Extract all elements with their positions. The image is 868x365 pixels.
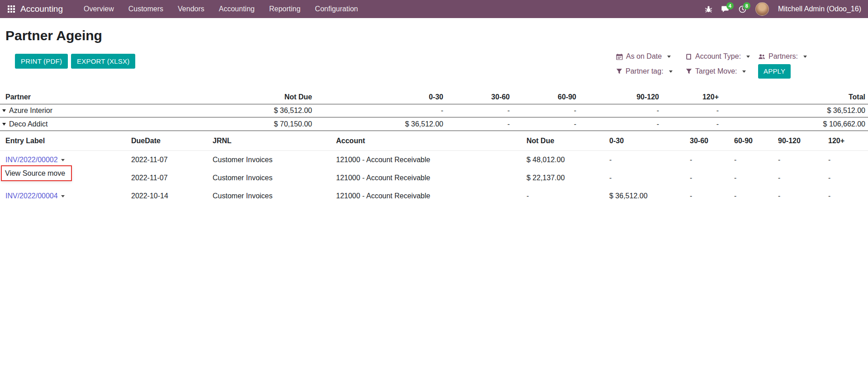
column-header-90-120: 90-120 xyxy=(773,137,823,145)
column-header-60-90: 60-90 xyxy=(510,93,576,101)
entry-row: 2022-11-07 Customer Invoices 121000 - Ac… xyxy=(0,169,868,187)
invoice-link[interactable]: INV/2022/00002 xyxy=(5,156,65,164)
cell-jrnl: Customer Invoices xyxy=(207,174,331,182)
cell-account: 121000 - Account Receivable xyxy=(331,156,521,164)
collapse-caret-icon[interactable] xyxy=(2,123,6,126)
print-pdf-button[interactable]: PRINT (PDF) xyxy=(15,54,68,69)
cell-60-90: - xyxy=(729,192,773,200)
cell-30-60: - xyxy=(684,192,729,200)
messages-icon[interactable]: 4 xyxy=(721,5,730,13)
entry-row: INV/2022/00004 2022-10-14 Customer Invoi… xyxy=(0,187,868,205)
column-header-60-90: 60-90 xyxy=(729,137,773,145)
activities-clock-icon[interactable]: 8 xyxy=(739,5,746,13)
cell-duedate: 2022-10-14 xyxy=(126,192,207,200)
nav-item-configuration[interactable]: Configuration xyxy=(308,0,365,18)
entry-row: INV/2022/00002 2022-11-07 Customer Invoi… xyxy=(0,151,868,169)
cell-not-due: $ 48,012.00 xyxy=(521,156,604,164)
user-menu[interactable]: Mitchell Admin (Odoo_16) xyxy=(778,5,861,13)
column-header-partner: Partner xyxy=(0,93,136,101)
cell-not-due: $ 36,512.00 xyxy=(136,107,312,115)
partner-ageing-table: Partner Not Due 0-30 30-60 60-90 90-120 … xyxy=(0,81,868,131)
apply-button[interactable]: APPLY xyxy=(758,64,791,79)
cell-total: $ 36,512.00 xyxy=(719,107,868,115)
column-header-not-due: Not Due xyxy=(521,137,604,145)
detail-table-header: Entry Label DueDate JRNL Account Not Due… xyxy=(0,131,868,151)
dropdown-caret-icon[interactable] xyxy=(61,159,65,161)
app-name[interactable]: Accounting xyxy=(20,4,63,14)
column-header-120: 120+ xyxy=(659,93,719,101)
export-xlsx-button[interactable]: EXPORT (XLSX) xyxy=(71,54,135,69)
column-header-120: 120+ xyxy=(823,137,868,145)
dropdown-caret-icon[interactable] xyxy=(61,195,65,197)
nav-item-reporting[interactable]: Reporting xyxy=(262,0,308,18)
calendar-icon xyxy=(616,53,623,60)
cell-0-30: $ 36,512.00 xyxy=(312,120,443,128)
cell-90-120: - xyxy=(773,192,823,200)
activities-count-badge: 8 xyxy=(743,2,750,9)
as-on-date-label: As on Date xyxy=(626,52,662,61)
invoice-number: INV/2022/00004 xyxy=(5,192,58,200)
nav-item-customers[interactable]: Customers xyxy=(121,0,171,18)
account-type-label: Account Type: xyxy=(695,52,741,61)
target-move-filter[interactable]: Target Move: xyxy=(686,67,758,75)
cell-60-90: - xyxy=(729,174,773,182)
cell-duedate: 2022-11-07 xyxy=(126,174,207,182)
column-header-30-60: 30-60 xyxy=(684,137,729,145)
collapse-caret-icon[interactable] xyxy=(2,109,6,112)
cell-60-90: - xyxy=(510,107,576,115)
chevron-down-icon xyxy=(803,56,807,58)
chevron-down-icon xyxy=(667,56,671,58)
apps-grid-icon[interactable] xyxy=(8,5,9,7)
column-header-not-due: Not Due xyxy=(136,93,312,101)
cell-90-120: - xyxy=(576,120,659,128)
view-source-move-menu-item[interactable]: View Source move xyxy=(1,165,72,181)
invoice-number: INV/2022/00002 xyxy=(5,156,58,164)
partner-row-azure-interior[interactable]: Azure Interior $ 36,512.00 - - - - - $ 3… xyxy=(0,104,868,117)
cell-60-90: - xyxy=(510,120,576,128)
column-header-30-60: 30-60 xyxy=(443,93,510,101)
invoice-link[interactable]: INV/2022/00004 xyxy=(5,192,65,200)
cell-30-60: - xyxy=(443,120,510,128)
nav-item-accounting[interactable]: Accounting xyxy=(212,0,262,18)
cell-30-60: - xyxy=(443,107,510,115)
user-avatar[interactable] xyxy=(755,2,769,16)
cell-account: 121000 - Account Receivable xyxy=(331,174,521,182)
cell-0-30: $ 36,512.00 xyxy=(604,192,684,200)
column-header-duedate: DueDate xyxy=(126,137,207,145)
nav-item-overview[interactable]: Overview xyxy=(76,0,121,18)
cell-not-due: $ 70,150.00 xyxy=(136,120,312,128)
bug-icon[interactable] xyxy=(705,5,712,13)
cell-30-60: - xyxy=(684,156,729,164)
cell-120: - xyxy=(823,192,868,200)
partner-row-deco-addict[interactable]: Deco Addict $ 70,150.00 $ 36,512.00 - - … xyxy=(0,117,868,131)
account-type-filter[interactable]: Account Type: xyxy=(686,52,758,61)
cell-0-30: - xyxy=(604,174,684,182)
cell-90-120: - xyxy=(773,156,823,164)
as-on-date-filter[interactable]: As on Date xyxy=(616,52,686,61)
cell-0-30: - xyxy=(604,156,684,164)
cell-120: - xyxy=(823,174,868,182)
cell-account: 121000 - Account Receivable xyxy=(331,192,521,200)
entry-detail-table: Entry Label DueDate JRNL Account Not Due… xyxy=(0,131,868,205)
column-header-0-30: 0-30 xyxy=(604,137,684,145)
top-navbar: Accounting Overview Customers Vendors Ac… xyxy=(0,0,868,18)
messages-count-badge: 4 xyxy=(726,2,734,9)
partners-filter[interactable]: Partners: xyxy=(758,52,815,61)
cell-0-30: - xyxy=(312,107,443,115)
partners-label: Partners: xyxy=(768,52,798,61)
cell-not-due: $ 22,137.00 xyxy=(521,174,604,182)
cell-120: - xyxy=(659,120,719,128)
cell-90-120: - xyxy=(576,107,659,115)
page-title: Partner Ageing xyxy=(5,28,868,44)
users-icon xyxy=(758,53,765,60)
target-move-label: Target Move: xyxy=(695,67,737,75)
column-header-jrnl: JRNL xyxy=(207,137,331,145)
partner-name: Deco Addict xyxy=(9,120,47,128)
column-header-entry-label: Entry Label xyxy=(0,137,126,145)
filter-panel: As on Date Account Type: Partners: Partn… xyxy=(616,52,815,79)
partner-tag-filter[interactable]: Partner tag: xyxy=(616,67,686,75)
cell-120: - xyxy=(659,107,719,115)
filter-icon xyxy=(616,68,622,75)
column-header-total: Total xyxy=(719,93,868,101)
nav-item-vendors[interactable]: Vendors xyxy=(171,0,212,18)
